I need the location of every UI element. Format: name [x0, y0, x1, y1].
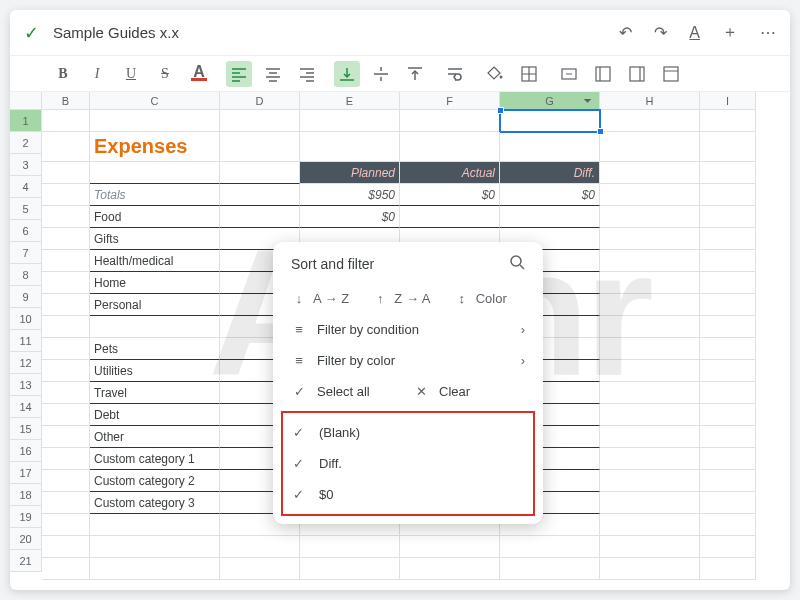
document-title[interactable]: Sample Guides x.x: [53, 24, 597, 41]
filter-icon: ≡: [291, 322, 307, 337]
add-button[interactable]: ＋: [722, 22, 738, 43]
filter-value-diff[interactable]: ✓Diff.: [283, 448, 533, 479]
filter-by-condition-row[interactable]: ≡Filter by condition ›: [273, 314, 543, 345]
hdr-planned[interactable]: Planned: [300, 162, 400, 184]
valign-bottom-button[interactable]: [334, 61, 360, 87]
redo-button[interactable]: ↷: [654, 23, 667, 42]
col-c[interactable]: C: [90, 92, 220, 110]
align-center-button[interactable]: [260, 61, 286, 87]
align-left-button[interactable]: [226, 61, 252, 87]
selected-cell[interactable]: [500, 110, 600, 132]
hdr-actual[interactable]: Actual: [400, 162, 500, 184]
col-h[interactable]: H: [600, 92, 700, 110]
svg-rect-30: [664, 67, 678, 81]
row-17[interactable]: 17: [10, 462, 42, 484]
sort-color-button[interactable]: ↕Color: [454, 291, 525, 306]
row-15[interactable]: 15: [10, 418, 42, 440]
row-8[interactable]: 8: [10, 264, 42, 286]
check-icon: ✓: [293, 425, 307, 440]
sort-filter-panel: Sort and filter ↓A → Z ↑Z → A ↕Color ≡Fi…: [273, 242, 543, 524]
filter-icon: ≡: [291, 353, 307, 368]
svg-point-32: [511, 256, 521, 266]
filter-value-blank[interactable]: ✓(Blank): [283, 417, 533, 448]
filter-icon: ⏷: [583, 95, 593, 106]
row-1[interactable]: 1: [10, 110, 42, 132]
svg-point-20: [500, 75, 503, 78]
row-21[interactable]: 21: [10, 550, 42, 572]
selection-handle-bottom[interactable]: [597, 128, 604, 135]
wrap-text-button[interactable]: [442, 61, 468, 87]
clear-button[interactable]: ✕Clear: [413, 384, 525, 399]
row-7[interactable]: 7: [10, 242, 42, 264]
fill-color-button[interactable]: [482, 61, 508, 87]
col-e[interactable]: E: [300, 92, 400, 110]
row-9[interactable]: 9: [10, 286, 42, 308]
undo-button[interactable]: ↶: [619, 23, 632, 42]
column-headers: B C D E F G⏷ H I: [10, 92, 790, 110]
col-b[interactable]: B: [42, 92, 90, 110]
row-20[interactable]: 20: [10, 528, 42, 550]
row-19[interactable]: 19: [10, 506, 42, 528]
insert-left-button[interactable]: [590, 61, 616, 87]
row-18[interactable]: 18: [10, 484, 42, 506]
chevron-right-icon: ›: [521, 322, 525, 337]
row-12[interactable]: 12: [10, 352, 42, 374]
text-color-button[interactable]: A: [186, 61, 212, 87]
panel-title: Sort and filter: [291, 256, 509, 272]
col-g[interactable]: G⏷: [500, 92, 600, 110]
close-icon: ✕: [413, 384, 429, 399]
chevron-right-icon: ›: [521, 353, 525, 368]
text-format-button[interactable]: A: [689, 24, 700, 42]
title-bar: ✓ Sample Guides x.x ↶ ↷ A ＋ ⋯: [10, 10, 790, 56]
filter-values-box: ✓(Blank) ✓Diff. ✓$0: [281, 411, 535, 516]
filter-value-zero[interactable]: ✓$0: [283, 479, 533, 510]
selection-handle-top[interactable]: [497, 107, 504, 114]
spreadsheet-app: ✓ Sample Guides x.x ↶ ↷ A ＋ ⋯ B I U S A: [10, 10, 790, 590]
filter-by-color-row[interactable]: ≡Filter by color ›: [273, 345, 543, 376]
check-icon: ✓: [24, 22, 39, 44]
expenses-title[interactable]: Expenses: [90, 132, 220, 162]
check-icon: ✓: [291, 384, 307, 399]
check-icon: ✓: [293, 456, 307, 471]
row-4[interactable]: 4: [10, 176, 42, 198]
select-all-button[interactable]: ✓Select all: [291, 384, 403, 399]
borders-button[interactable]: [516, 61, 542, 87]
sort-za-button[interactable]: ↑Z → A: [372, 291, 443, 306]
underline-button[interactable]: U: [118, 61, 144, 87]
row-5[interactable]: 5: [10, 198, 42, 220]
row-16[interactable]: 16: [10, 440, 42, 462]
svg-line-33: [520, 265, 524, 269]
col-i[interactable]: I: [700, 92, 756, 110]
row-headers: 1 2 3 4 5 6 7 8 9 10 11 12 13 14 15 16 1…: [10, 110, 42, 580]
valign-middle-button[interactable]: [368, 61, 394, 87]
italic-button[interactable]: I: [84, 61, 110, 87]
corner-cell[interactable]: [10, 92, 42, 110]
sort-az-button[interactable]: ↓A → Z: [291, 291, 362, 306]
valign-top-button[interactable]: [402, 61, 428, 87]
more-button[interactable]: ⋯: [760, 23, 776, 42]
row-3[interactable]: 3: [10, 154, 42, 176]
row-13[interactable]: 13: [10, 374, 42, 396]
hdr-diff[interactable]: Diff.: [500, 162, 600, 184]
col-d[interactable]: D: [220, 92, 300, 110]
row-11[interactable]: 11: [10, 330, 42, 352]
row-14[interactable]: 14: [10, 396, 42, 418]
merge-cells-button[interactable]: [556, 61, 582, 87]
row-2[interactable]: 2: [10, 132, 42, 154]
insert-top-button[interactable]: [658, 61, 684, 87]
toolbar: B I U S A: [10, 56, 790, 92]
strikethrough-button[interactable]: S: [152, 61, 178, 87]
svg-rect-26: [596, 67, 610, 81]
row-10[interactable]: 10: [10, 308, 42, 330]
totals-label[interactable]: Totals: [90, 184, 220, 206]
check-icon: ✓: [293, 487, 307, 502]
svg-rect-28: [630, 67, 644, 81]
align-right-button[interactable]: [294, 61, 320, 87]
col-f[interactable]: F: [400, 92, 500, 110]
search-icon[interactable]: [509, 254, 525, 273]
bold-button[interactable]: B: [50, 61, 76, 87]
row-6[interactable]: 6: [10, 220, 42, 242]
insert-right-button[interactable]: [624, 61, 650, 87]
